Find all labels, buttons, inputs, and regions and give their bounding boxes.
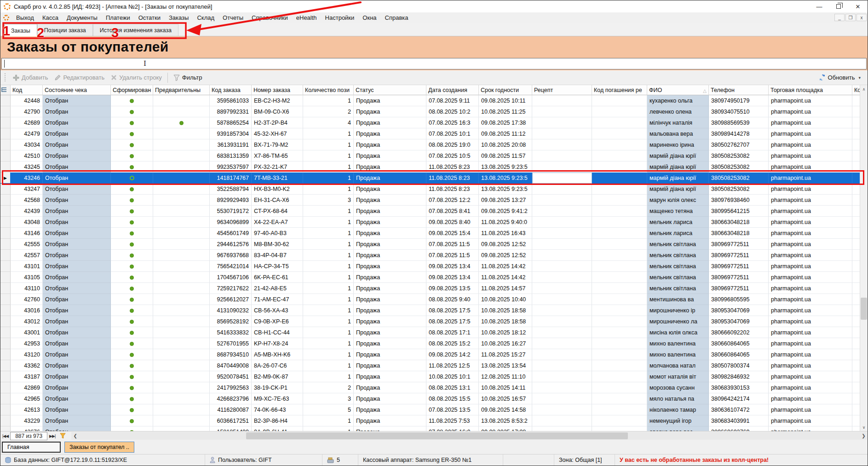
cell-phone: 380969772511 (709, 261, 769, 272)
table-row[interactable]: 42869Отобран241799256338-19-CK-P12Продаж… (0, 382, 861, 393)
column-header[interactable]: Статус (354, 85, 426, 95)
cell-order_num: EH-31-CA-X6 (252, 195, 303, 206)
doc-tab[interactable]: История изменения заказа (93, 24, 178, 36)
table-row[interactable]: 43034Отобран3613931191BX-71-79-M21Продаж… (0, 139, 861, 150)
table-row[interactable]: 43120Отобран8687934510A5-MB-XH-K61Продаж… (0, 349, 861, 360)
filter-button[interactable]: Фильтр (170, 73, 206, 82)
table-row[interactable]: 43187Отобран9520078451B2-M9-0K-871Продаж… (0, 371, 861, 382)
table-row[interactable]: 43110Отобран725921762221-42-A8-E51Продаж… (0, 283, 861, 294)
restore-button[interactable] (829, 0, 848, 12)
table-row[interactable]: 43101Отобран7565421014HA-CP-34-T51Продаж… (0, 261, 861, 272)
add-button[interactable]: Добавить (10, 73, 51, 82)
menu-item[interactable]: Выход (12, 13, 38, 22)
table-row[interactable]: 42676Отобран15818514000A-9B-6H-411Продаж… (0, 426, 861, 431)
menu-item[interactable]: Склад (193, 13, 218, 22)
pager-first-button[interactable]: |◀◀ (0, 434, 10, 438)
cell-kod: 43229 (11, 415, 43, 426)
pager-filter-button[interactable] (60, 433, 66, 439)
table-row[interactable]: 42689Отобран5878865254H2-3T-2P-B44Продаж… (0, 117, 861, 128)
column-header[interactable]: Дата создания (426, 85, 479, 95)
table-row[interactable]: 42613Отобран411628008774-0K-66-435Продаж… (0, 404, 861, 415)
column-header[interactable]: Код погашения ре (592, 85, 647, 95)
column-header[interactable]: Срок годности (479, 85, 532, 95)
table-row[interactable]: ▶43246Отобран14181747677T-MB-33-211Прода… (0, 173, 861, 184)
table-row[interactable]: 42568Отобран8929929493EH-31-CA-X63Продаж… (0, 195, 861, 206)
table-row[interactable]: 43012Отобран8569528192C9-0B-XP-E61Продаж… (0, 316, 861, 327)
table-row[interactable]: 42439Отобран5530719172CT-PX-68-641Продаж… (0, 206, 861, 217)
refresh-dropdown-icon[interactable]: ▾ (858, 75, 861, 80)
cell-order_num: C9-0B-XP-E6 (252, 316, 303, 327)
cell-site: pharmapoint.ua (769, 393, 852, 404)
cell-kod: 42760 (11, 294, 43, 305)
column-header[interactable]: Код (11, 85, 43, 95)
vertical-scrollbar[interactable]: ∧ ∨ (860, 85, 868, 431)
scroll-down-icon[interactable]: ∨ (860, 423, 868, 431)
table-row[interactable]: 42790Отобран8897992331BM-09-C0-X62Продаж… (0, 106, 861, 117)
bottom-tab-current[interactable]: Заказы от покупател .. (64, 442, 134, 453)
header-grid-icon[interactable] (0, 85, 11, 95)
menu-item[interactable]: Справка (381, 13, 413, 22)
cell-fio: ніколаенко тамар (647, 404, 709, 415)
menu-item[interactable]: Остатки (134, 13, 165, 22)
table-row[interactable]: 42448Отобран3595861033EB-C2-H3-M21Продаж… (0, 95, 861, 106)
menu-item[interactable]: Окна (358, 13, 380, 22)
mdi-restore-button[interactable]: ❐ (845, 14, 856, 21)
mdi-minimize-button[interactable]: _ (834, 14, 845, 21)
table-row[interactable]: 42510Отобран6838131359X7-86-TM-651Продаж… (0, 150, 861, 161)
scroll-right-icon[interactable]: ❯ (860, 432, 868, 440)
doc-tab[interactable]: Заказы (4, 24, 37, 36)
cell-recipe (532, 195, 592, 206)
table-row[interactable]: 43016Отобран4131090232CB-56-XA-431Продаж… (0, 305, 861, 316)
column-header[interactable]: ФИО△ (647, 85, 709, 95)
horizontal-scrollbar[interactable]: ❮ ❯ (71, 432, 868, 440)
menu-item[interactable]: Справочники (247, 13, 292, 22)
delete-row-button[interactable]: Удалить строку (108, 73, 165, 82)
table-row[interactable]: 43247Отобран3522588794HX-B3-M0-K21Продаж… (0, 184, 861, 195)
column-header[interactable]: Сформирован (111, 85, 153, 95)
menu-item[interactable]: Касса (38, 13, 63, 22)
table-row[interactable]: 43001Отобран5416333832CB-H1-CC-441Продаж… (0, 327, 861, 338)
search-input[interactable]: I (1, 58, 867, 69)
menu-item[interactable]: Документы (63, 13, 102, 22)
close-button[interactable]: ✕ (848, 0, 868, 12)
refresh-button[interactable]: Обновить ▾ (816, 73, 864, 82)
horizontal-scroll-thumb[interactable] (246, 432, 628, 439)
scroll-up-icon[interactable]: ∧ (860, 85, 868, 93)
table-row[interactable]: 43105Отобран17045671066K-PA-EC-611Продаж… (0, 272, 861, 283)
table-row[interactable]: 43048Отобран9634096899X4-22-EA-A71Продаж… (0, 217, 861, 228)
table-row[interactable]: 43229Отобран6036617251B2-3P-86-H41Продаж… (0, 415, 861, 426)
column-header[interactable]: Состояние чека (43, 85, 111, 95)
column-header[interactable]: Торговая площадка (769, 85, 852, 95)
menu-item[interactable]: eHealth (292, 13, 321, 22)
column-header[interactable]: Количество пози (303, 85, 354, 95)
vertical-scroll-thumb[interactable] (861, 298, 867, 320)
table-row[interactable]: 42557Отобран967693766883-4P-04-B71Продаж… (0, 250, 861, 261)
table-row[interactable]: 43245Отобран9923537597PX-32-21-K71Продаж… (0, 161, 861, 173)
table-row[interactable]: 42555Отобран2944612576M8-BM-30-621Продаж… (0, 239, 861, 250)
column-header[interactable]: Код заказа (210, 85, 252, 95)
column-header[interactable]: Телефон (709, 85, 769, 95)
table-row[interactable]: 43146Отобран454560174997-40-A0-B31Продаж… (0, 228, 861, 239)
table-row[interactable]: 42760Отобран925661202771-AM-EC-471Продаж… (0, 294, 861, 305)
menu-item[interactable]: Настройки (321, 13, 359, 22)
scroll-left-icon[interactable]: ❮ (71, 432, 79, 440)
menu-item[interactable]: Платежи (102, 13, 134, 22)
cell-status: Продажа (354, 327, 426, 338)
column-header[interactable]: Предварительны (153, 85, 210, 95)
minimize-button[interactable]: — (810, 0, 829, 12)
bottom-tab-home[interactable]: Главная (2, 442, 61, 453)
column-header[interactable]: Рецепт (532, 85, 592, 95)
menu-item[interactable]: Отчеты (218, 13, 247, 22)
mdi-close-button[interactable]: x (857, 14, 867, 21)
doc-tab[interactable]: Позиции заказа (37, 24, 93, 36)
pager-last-button[interactable]: ▶▶| (47, 434, 57, 438)
edit-button[interactable]: Редактировать (51, 73, 108, 82)
table-row[interactable]: 42965Отобран4266823796M9-XC-7E-633Продаж… (0, 393, 861, 404)
table-row[interactable]: 42479Отобран939185730445-32-XH-671Продаж… (0, 128, 861, 139)
table-row[interactable]: 42953Отобран5276701955KP-H7-X8-241Продаж… (0, 338, 861, 349)
menu-item[interactable]: Заказы (165, 13, 193, 22)
green-dot-icon (130, 397, 134, 401)
table-row[interactable]: 43362Отобран84704490088A-26-07-C61Продаж… (0, 360, 861, 371)
column-header[interactable]: Номер заказа (252, 85, 303, 95)
cell-site: pharmapoint.ua (769, 117, 852, 128)
